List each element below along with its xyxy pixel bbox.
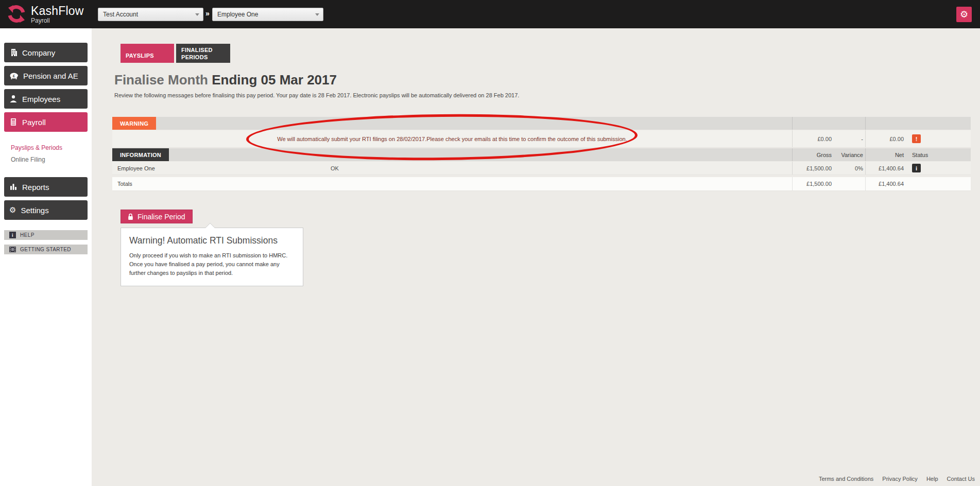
tooltip-body: Only proceed if you wish to make an RTI … (129, 251, 295, 277)
tooltip-title: Warning! Automatic RTI Submissions (129, 235, 295, 246)
page-title-dark: Ending 05 Mar 2017 (208, 72, 337, 88)
sidebar-item-label: GETTING STARTED (20, 247, 71, 252)
footer-link-contact[interactable]: Contact Us (947, 476, 975, 482)
account-select-value: Test Account (103, 11, 138, 18)
footer-link-terms[interactable]: Terms and Conditions (819, 476, 873, 482)
column-header-variance: Variance (837, 148, 865, 161)
sidebar-item-payroll[interactable]: Payroll (4, 112, 88, 132)
totals-net: £1,400.64 (865, 177, 909, 190)
employee-gross: £1,500.00 (792, 162, 837, 175)
tab-finalised-periods[interactable]: FINALISED PERIODS (176, 44, 230, 63)
sidebar-item-help[interactable]: i HELP (4, 230, 88, 240)
kashflow-swirl-icon (6, 4, 27, 24)
sidebar-link-payslips-periods[interactable]: Payslips & Periods (11, 144, 92, 151)
gears-icon: ⚙ (9, 206, 16, 214)
top-header: KashFlow Payroll Test Account » Employee… (0, 0, 980, 28)
account-select[interactable]: Test Account (98, 8, 203, 21)
tab-bar: PAYSLIPS FINALISED PERIODS (121, 44, 971, 63)
warning-variance: - (837, 130, 865, 147)
svg-text:£: £ (13, 74, 15, 78)
payslips-table: WARNING We will automatically submit you… (112, 117, 971, 191)
sidebar-item-label: Payroll (22, 118, 46, 127)
information-badge: INFORMATION (112, 148, 169, 161)
sidebar-item-settings[interactable]: ⚙ Settings (4, 200, 88, 220)
kashflow-logo[interactable]: KashFlow Payroll (6, 4, 84, 24)
employee-select-value: Employee One (217, 11, 258, 18)
column-header-gross: Gross (792, 148, 837, 161)
sidebar-item-label: HELP (20, 232, 35, 238)
breadcrumb-separator: » (205, 9, 210, 18)
main-content: PAYSLIPS FINALISED PERIODS Finalise Mont… (92, 28, 980, 486)
brand-subtitle: Payroll (31, 17, 84, 24)
warning-message: We will automatically submit your RTI fi… (112, 136, 792, 142)
chevron-down-icon (195, 13, 199, 16)
sidebar-item-pension-and-ae[interactable]: £ Pension and AE (4, 66, 88, 85)
tab-payslips[interactable]: PAYSLIPS (121, 44, 174, 63)
sidebar-item-label: Employees (22, 95, 60, 103)
column-header-status: Status (909, 148, 971, 161)
calculator-icon (9, 118, 18, 126)
warning-gross: £0.00 (792, 130, 837, 147)
totals-gross: £1,500.00 (792, 177, 837, 190)
rti-warning-tooltip: Warning! Automatic RTI Submissions Only … (121, 228, 303, 286)
table-row-employee: Employee One OK £1,500.00 0% £1,400.64 i (112, 162, 971, 175)
sidebar: Company £ Pension and AE Employees (0, 28, 92, 486)
warning-badge: WARNING (112, 117, 156, 130)
finalise-period-button[interactable]: Finalise Period (121, 210, 193, 223)
page-title-light: Finalise Month (114, 72, 208, 88)
information-section-bar: INFORMATION Gross Variance Net Status (112, 148, 971, 161)
info-icon: i (9, 232, 16, 238)
film-strip-icon (9, 246, 16, 253)
gear-icon: ⚙ (960, 10, 968, 19)
sidebar-item-label: Company (22, 48, 55, 57)
building-icon (9, 48, 18, 57)
finalise-period-label: Finalise Period (137, 213, 185, 221)
sidebar-link-online-filing[interactable]: Online Filing (11, 156, 92, 163)
employee-net: £1,400.64 (865, 162, 909, 175)
sidebar-item-company[interactable]: Company (4, 43, 88, 62)
sidebar-item-getting-started[interactable]: GETTING STARTED (4, 245, 88, 254)
totals-label: Totals (112, 181, 792, 187)
warning-net: £0.00 (865, 130, 909, 147)
footer-link-help[interactable]: Help (926, 476, 938, 482)
chevron-down-icon (315, 13, 319, 16)
employee-status-icon[interactable]: i (912, 164, 921, 172)
warning-status-icon[interactable]: ! (912, 134, 921, 143)
sidebar-item-label: Settings (21, 206, 48, 215)
payroll-submenu: Payslips & Periods Online Filing (11, 144, 92, 163)
employee-variance: 0% (837, 162, 865, 175)
footer-link-privacy[interactable]: Privacy Policy (882, 476, 917, 482)
page-subtitle: Review the following messages before fin… (114, 92, 971, 98)
sidebar-item-label: Reports (22, 183, 49, 192)
bar-chart-icon (9, 183, 18, 191)
lock-icon (128, 213, 133, 220)
sidebar-item-reports[interactable]: Reports (4, 177, 88, 197)
footer-links: Terms and Conditions Privacy Policy Help… (812, 476, 975, 482)
piggy-bank-icon: £ (9, 72, 19, 80)
page-title: Finalise Month Ending 05 Mar 2017 (114, 72, 971, 88)
sidebar-item-employees[interactable]: Employees (4, 89, 88, 109)
employee-name[interactable]: Employee One (112, 165, 331, 171)
employee-select[interactable]: Employee One (212, 8, 323, 21)
column-header-net: Net (865, 148, 909, 161)
table-row-totals: Totals £1,500.00 £1,400.64 (112, 177, 971, 191)
person-icon (9, 95, 18, 103)
employee-status-text: OK (331, 165, 339, 171)
settings-gear-button[interactable]: ⚙ (956, 7, 972, 22)
sidebar-item-label: Pension and AE (23, 72, 78, 80)
warning-section-bar: WARNING (112, 117, 971, 130)
brand-name: KashFlow (31, 4, 84, 18)
warning-row: We will automatically submit your RTI fi… (112, 130, 971, 148)
